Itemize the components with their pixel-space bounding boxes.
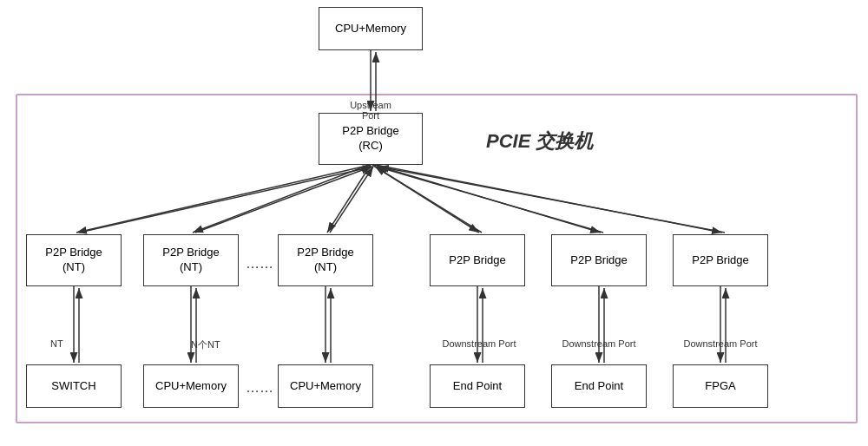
p2p-rc-label: P2P Bridge(RC) (342, 124, 399, 154)
n-nt-label: N个NT (191, 338, 220, 351)
cpu-memory-2: CPU+Memory (143, 364, 239, 408)
cpu-memory-3: CPU+Memory (278, 364, 373, 408)
switch-label: SWITCH (51, 379, 95, 394)
p2p-bridge-nt1: P2P Bridge(NT) (26, 234, 122, 286)
ellipsis-cpu: …… (246, 380, 273, 396)
cpu-memory-3-label: CPU+Memory (290, 379, 361, 394)
downstream-port-3: Downstream Port (673, 338, 768, 349)
pcie-title: PCIE 交换机 (486, 128, 593, 154)
downstream-port-2: Downstream Port (551, 338, 647, 349)
fpga-label: FPGA (705, 379, 735, 394)
switch-box: SWITCH (26, 364, 122, 408)
downstream-port-1: Downstream Port (431, 338, 527, 349)
p2p-b6-label: P2P Bridge (692, 253, 749, 268)
fpga-box: FPGA (673, 364, 768, 408)
upstream-port-label: Upstream Port (340, 100, 401, 121)
endpoint-1: End Point (430, 364, 525, 408)
cpu-memory-top-label: CPU+Memory (335, 22, 406, 36)
cpu-memory-top: CPU+Memory (319, 7, 423, 50)
nt-label: NT (50, 338, 63, 349)
p2p-nt3-label: P2P Bridge(NT) (297, 246, 354, 275)
endpoint-1-label: End Point (453, 379, 502, 394)
p2p-bridge-6: P2P Bridge (673, 234, 768, 286)
ellipsis-nt: …… (246, 256, 273, 272)
endpoint-2-label: End Point (575, 379, 623, 394)
cpu-memory-2-label: CPU+Memory (155, 379, 227, 394)
p2p-b4-label: P2P Bridge (449, 253, 506, 268)
p2p-b5-label: P2P Bridge (570, 253, 628, 268)
p2p-bridge-nt2: P2P Bridge(NT) (143, 234, 239, 286)
endpoint-2: End Point (551, 364, 647, 408)
p2p-bridge-5: P2P Bridge (551, 234, 647, 286)
p2p-nt2-label: P2P Bridge(NT) (162, 246, 220, 275)
p2p-nt1-label: P2P Bridge(NT) (45, 246, 102, 275)
diagram: PCIE 交换机 CPU+Memory P2P Bridge(RC) P2P B… (0, 0, 868, 446)
p2p-bridge-rc: P2P Bridge(RC) (319, 113, 423, 165)
p2p-bridge-4: P2P Bridge (430, 234, 525, 286)
p2p-bridge-nt3: P2P Bridge(NT) (278, 234, 373, 286)
